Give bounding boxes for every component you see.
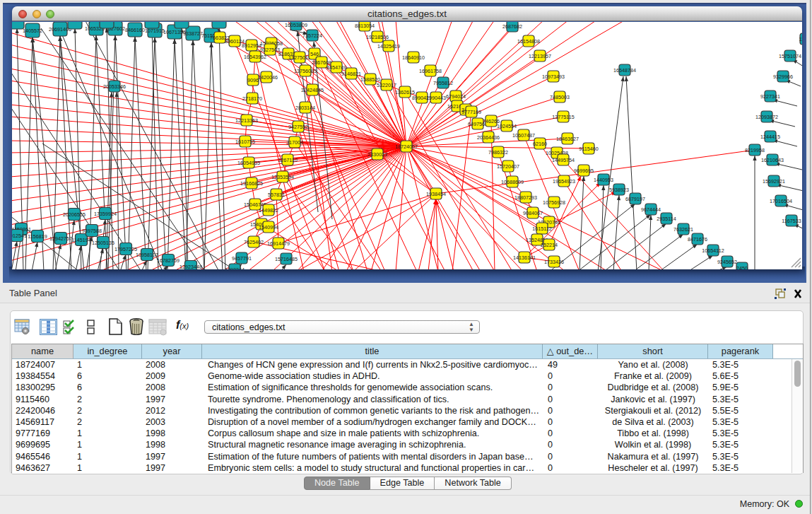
- svg-text:9777169: 9777169: [461, 109, 481, 115]
- svg-text:1292344: 1292344: [225, 267, 245, 269]
- svg-text:17016504: 17016504: [770, 198, 792, 204]
- svg-text:2718170: 2718170: [242, 95, 262, 102]
- svg-text:18807293: 18807293: [514, 194, 537, 201]
- svg-text:10654112: 10654112: [702, 247, 724, 254]
- svg-text:7357224: 7357224: [302, 33, 322, 39]
- svg-text:1145194: 1145194: [71, 237, 90, 243]
- svg-text:14325419: 14325419: [377, 43, 400, 49]
- svg-text:12213363: 12213363: [235, 117, 258, 124]
- svg-text:13275015: 13275015: [288, 54, 311, 61]
- svg-text:8454749: 8454749: [326, 64, 346, 71]
- svg-text:2687682: 2687682: [502, 23, 522, 30]
- svg-text:1938454: 1938454: [426, 191, 446, 197]
- svg-text:18724007: 18724007: [395, 144, 418, 150]
- svg-text:10973493: 10973493: [542, 74, 565, 80]
- svg-text:8466160: 8466160: [125, 27, 145, 33]
- svg-text:12942757: 12942757: [49, 235, 72, 242]
- svg-text:1244415: 1244415: [760, 134, 780, 140]
- svg-text:2330023: 2330023: [367, 151, 387, 158]
- svg-text:3267110: 3267110: [278, 157, 297, 163]
- svg-text:15720407: 15720407: [497, 163, 519, 170]
- svg-text:7485003: 7485003: [550, 94, 570, 100]
- svg-text:252214: 252214: [541, 242, 558, 248]
- svg-text:10607487: 10607487: [512, 132, 535, 139]
- svg-text:14495754: 14495754: [552, 157, 575, 163]
- svg-text:9084067: 9084067: [523, 210, 543, 216]
- svg-text:9146821: 9146821: [341, 71, 361, 77]
- svg-text:16054935: 16054935: [237, 160, 260, 166]
- svg-text:16154808: 16154808: [517, 38, 540, 45]
- svg-text:1156819: 1156819: [28, 233, 47, 240]
- svg-text:557831: 557831: [268, 192, 285, 198]
- svg-text:16053809: 16053809: [285, 22, 307, 28]
- svg-text:15716485: 15716485: [275, 256, 298, 262]
- svg-text:18463627: 18463627: [556, 136, 579, 142]
- svg-text:8219958: 8219958: [745, 147, 765, 153]
- svg-text:1540994: 1540994: [259, 224, 278, 230]
- svg-text:1990443: 1990443: [426, 95, 446, 101]
- svg-text:10688609: 10688609: [501, 179, 524, 185]
- svg-text:1449822: 1449822: [259, 207, 278, 214]
- svg-text:1615112: 1615112: [532, 226, 551, 232]
- svg-text:20053346: 20053346: [103, 83, 126, 90]
- svg-text:6794024: 6794024: [446, 93, 466, 100]
- svg-text:19218506: 19218506: [366, 34, 389, 40]
- svg-text:12923448: 12923448: [180, 264, 202, 269]
- svg-text:16548784: 16548784: [613, 67, 636, 74]
- svg-text:9227341: 9227341: [760, 93, 780, 100]
- svg-text:8471676: 8471676: [688, 236, 707, 243]
- svg-text:9699695: 9699695: [574, 168, 594, 174]
- svg-text:8912954: 8912954: [242, 42, 261, 49]
- svg-text:16782759: 16782759: [157, 257, 180, 264]
- svg-text:1167533: 1167533: [782, 218, 801, 224]
- svg-text:16543962: 16543962: [244, 54, 266, 60]
- svg-text:1733426: 1733426: [544, 259, 564, 265]
- svg-text:9327503: 9327503: [260, 47, 280, 53]
- svg-text:5322017: 5322017: [377, 82, 396, 88]
- svg-text:9329966: 9329966: [773, 74, 793, 80]
- svg-text:8813054: 8813054: [355, 23, 375, 29]
- svg-text:11123: 11123: [799, 36, 802, 42]
- svg-text:7986322: 7986322: [488, 149, 508, 156]
- svg-text:1610755: 1610755: [235, 139, 255, 145]
- svg-text:20364436: 20364436: [477, 134, 500, 141]
- svg-text:2803144: 2803144: [295, 105, 315, 111]
- svg-text:9096: 9096: [247, 77, 259, 83]
- svg-text:12213957: 12213957: [529, 53, 551, 59]
- svg-text:317004: 317004: [286, 139, 303, 146]
- svg-text:13756085: 13756085: [294, 68, 317, 74]
- svg-text:9427552: 9427552: [288, 124, 308, 130]
- svg-text:13775115: 13775115: [552, 114, 574, 120]
- svg-text:7625402: 7625402: [244, 239, 264, 245]
- svg-text:9457791: 9457791: [232, 255, 252, 262]
- svg-text:10756928: 10756928: [543, 199, 565, 206]
- svg-text:1440953: 1440953: [594, 177, 613, 183]
- svg-text:9674444: 9674444: [641, 206, 661, 213]
- svg-text:19654923: 19654923: [553, 178, 575, 185]
- svg-text:9245652: 9245652: [717, 259, 737, 265]
- svg-text:15692921: 15692921: [763, 178, 785, 185]
- svg-text:14136141: 14136141: [513, 255, 536, 261]
- svg-text:17359924: 17359924: [94, 211, 117, 217]
- svg-text:2450: 2450: [736, 265, 748, 269]
- svg-text:32424845: 32424845: [301, 87, 324, 93]
- svg-text:16961758: 16961758: [419, 68, 442, 74]
- svg-text:7955812: 7955812: [433, 80, 453, 86]
- svg-text:7632621: 7632621: [673, 226, 693, 233]
- svg-text:16914479: 16914479: [267, 240, 290, 247]
- svg-text:2935114: 2935114: [657, 216, 676, 222]
- svg-text:1024554: 1024554: [497, 123, 517, 129]
- svg-text:16210643: 16210643: [761, 157, 784, 163]
- svg-text:18640910: 18640910: [402, 54, 425, 61]
- svg-text:12505135: 12505135: [92, 240, 114, 246]
- svg-text:5938923: 5938923: [609, 187, 629, 193]
- svg-text:19166825: 19166825: [240, 180, 263, 187]
- svg-text:20206555: 20206555: [63, 211, 86, 218]
- svg-text:9397588: 9397588: [82, 228, 102, 234]
- svg-text:9115460: 9115460: [579, 146, 598, 152]
- svg-text:17957225: 17957225: [114, 246, 137, 252]
- svg-text:12093872: 12093872: [755, 114, 778, 120]
- svg-text:12353594: 12353594: [271, 174, 294, 180]
- svg-text:3912541: 3912541: [12, 233, 27, 239]
- svg-text:6879197: 6879197: [625, 196, 645, 202]
